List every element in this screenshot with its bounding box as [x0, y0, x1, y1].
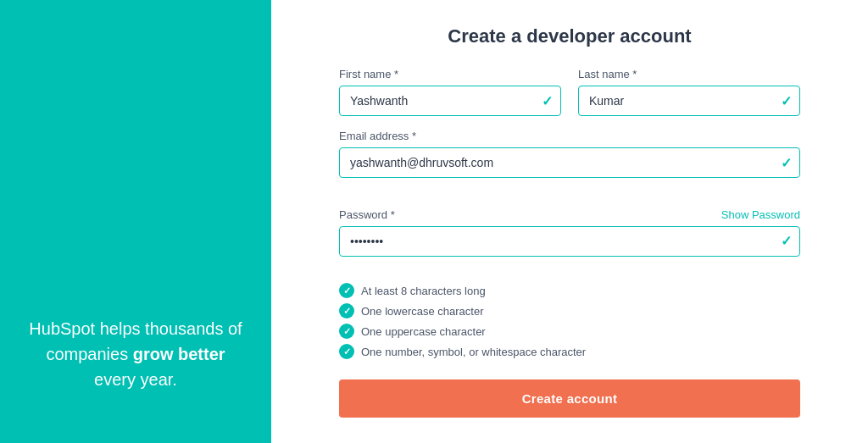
rule-label-number: One number, symbol, or whitespace charac… [361, 346, 586, 358]
password-header: Password * Show Password [339, 208, 800, 221]
password-check-icon: ✓ [781, 233, 792, 249]
last-name-group: Last name * ✓ [578, 68, 800, 116]
rule-item-uppercase: One uppercase character [339, 324, 800, 339]
rule-check-lowercase-icon [339, 303, 354, 318]
rule-label-uppercase: One uppercase character [361, 325, 486, 338]
first-name-label: First name * [339, 68, 561, 80]
password-input-wrapper: ✓ [339, 226, 800, 257]
rule-item-number: One number, symbol, or whitespace charac… [339, 344, 800, 359]
rule-label-length: At least 8 characters long [361, 285, 486, 297]
rule-check-number-icon [339, 344, 354, 359]
password-label: Password * [339, 208, 395, 221]
name-row: First name * ✓ Last name * ✓ [339, 68, 800, 116]
last-name-label: Last name * [578, 68, 800, 80]
right-panel: Create a developer account First name * … [271, 0, 868, 443]
email-input[interactable] [339, 147, 800, 178]
create-account-button[interactable]: Create account [339, 379, 800, 418]
last-name-input[interactable] [578, 86, 800, 116]
form-title: Create a developer account [339, 25, 800, 47]
show-password-link[interactable]: Show Password [721, 208, 800, 221]
page-container: HubSpot helps thousands of companies gro… [0, 0, 868, 443]
last-name-check-icon: ✓ [781, 93, 792, 109]
last-name-input-wrapper: ✓ [578, 86, 800, 116]
first-name-group: First name * ✓ [339, 68, 561, 116]
left-panel: HubSpot helps thousands of companies gro… [0, 0, 271, 443]
rule-item-lowercase: One lowercase character [339, 303, 800, 318]
email-label: Email address * [339, 130, 800, 142]
password-input[interactable] [339, 226, 800, 257]
password-rules: At least 8 characters long One lowercase… [339, 283, 800, 359]
first-name-input[interactable] [339, 86, 561, 116]
rule-check-length-icon [339, 283, 354, 298]
email-group: Email address * ✓ [339, 130, 800, 195]
rule-label-lowercase: One lowercase character [361, 305, 484, 318]
marketing-text: HubSpot helps thousands of companies gro… [25, 316, 246, 392]
email-check-icon: ✓ [781, 155, 792, 171]
rule-check-uppercase-icon [339, 324, 354, 339]
password-group: Password * Show Password ✓ [339, 208, 800, 274]
first-name-check-icon: ✓ [542, 93, 553, 109]
first-name-input-wrapper: ✓ [339, 86, 561, 116]
email-input-wrapper: ✓ [339, 147, 800, 178]
rule-item-length: At least 8 characters long [339, 283, 800, 298]
